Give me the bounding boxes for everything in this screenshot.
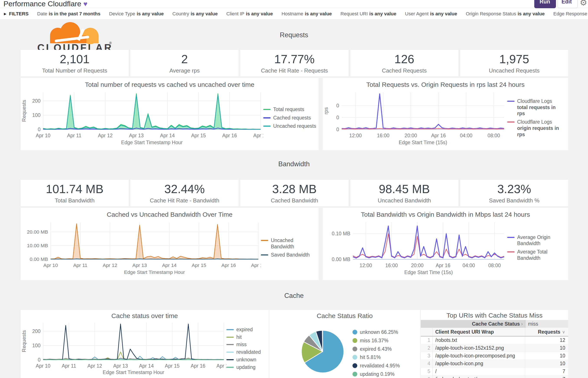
legend-item: Uncached requests	[263, 123, 316, 129]
legend-label: hit	[236, 334, 242, 340]
requests-rps-chart[interactable]: 12:0016:0020:00Apr 1604:0008:00000rpsEdg…	[322, 89, 507, 147]
kpi-tile[interactable]: 2,101Total Number of Requests	[21, 50, 129, 76]
kpi-value: 98.45 MB	[379, 182, 430, 196]
legend-swatch-icon	[507, 251, 515, 252]
filter-item[interactable]: User Agentis any value	[405, 11, 457, 17]
run-button[interactable]: Run	[534, 0, 556, 8]
kpi-tile[interactable]: 126Cached Requests	[350, 50, 459, 76]
kpi-tile[interactable]: 101.74 MBTotal Bandwidth	[21, 180, 129, 206]
legend-label: Cloudflare Logs total requests in rps	[517, 98, 563, 117]
cache-ratio-pie[interactable]	[299, 328, 346, 375]
uri-column-header[interactable]: Client Request URI Wrap	[433, 329, 525, 335]
legend-item: Average Total Bandwidth	[507, 249, 563, 261]
svg-text:Edge Start Timestamp Hour: Edge Start Timestamp Hour	[121, 140, 183, 145]
filter-item[interactable]: Client IPis any value	[226, 11, 273, 17]
chart-legend: expiredhitmissrevalidatedunknownupdating	[226, 320, 266, 377]
row-number-header	[421, 328, 433, 336]
legend-swatch-icon	[507, 237, 515, 238]
legend-item: expired	[226, 326, 265, 333]
legend-item: Cloudflare Logs origin requests in rps	[507, 119, 563, 137]
filters-label: FILTERS	[9, 11, 28, 17]
legend-item: updating 0.19%	[352, 371, 400, 377]
table-row[interactable]: 2/apple-touch-icon-152x152.png10	[421, 344, 568, 352]
kpi-tile[interactable]: 17.77%Cache Hit Rate - Requests	[240, 50, 348, 76]
svg-text:20.00 MB: 20.00 MB	[27, 229, 48, 235]
kpi-value: 101.74 MB	[46, 182, 104, 196]
legend-swatch-icon	[507, 122, 515, 122]
edit-button[interactable]: Edit	[558, 0, 578, 8]
requests-over-time-chart[interactable]: Apr 10Apr 11Apr 12Apr 13Apr 14Apr 15Apr …	[21, 89, 263, 147]
filter-item[interactable]: Request URIis any value	[341, 11, 396, 17]
legend-item: revalidated 4.95%	[352, 363, 400, 369]
legend-label: revalidated 4.95%	[360, 363, 400, 369]
filters-toggle[interactable]: ▶ FILTERS	[4, 11, 28, 17]
filter-item[interactable]: Device Typeis any value	[109, 11, 164, 17]
chart-panel-bandwidth-over-time: Cached vs Uncached Bandwidth Over Time A…	[21, 208, 319, 280]
row-uri[interactable]: /robots.txt	[433, 337, 525, 343]
svg-text:Apr 13: Apr 13	[132, 262, 147, 268]
kpi-tile[interactable]: 98.45 MBUncached Bandwidth	[350, 180, 459, 206]
svg-text:Apr 17: Apr 17	[251, 262, 261, 268]
filter-item[interactable]: Origin Response Statusis any value	[466, 11, 545, 17]
gear-icon[interactable]: ⚙	[580, 0, 587, 7]
row-number: 3	[421, 352, 433, 360]
row-uri[interactable]: /index.php/contact/	[433, 376, 525, 378]
table-header-row: Client Request URI Wrap Requests∨	[421, 328, 568, 337]
legend-dot-icon	[352, 355, 357, 360]
kpi-tile[interactable]: 1,975Uncached Requests	[460, 50, 568, 76]
table-row[interactable]: 1/robots.txt12	[421, 337, 568, 344]
legend-dot-icon	[352, 363, 357, 368]
legend-item: updating	[226, 364, 265, 370]
legend-item: revalidated	[226, 349, 265, 355]
filter-item[interactable]: Edge Response Statusis any value	[553, 11, 588, 17]
legend-swatch-icon	[226, 344, 234, 345]
table-panel-top-uris: Top URIs with Cache Status Miss Cache Ca…	[421, 310, 568, 378]
filter-item[interactable]: Hostnameis any value	[282, 11, 332, 17]
requests-column-header[interactable]: Requests∨	[525, 328, 568, 336]
table-row[interactable]: 4/apple-touch-icon.png10	[421, 360, 568, 368]
top-uris-table: Cache Cache Status› miss Client Request …	[421, 320, 568, 378]
svg-text:Apr 11: Apr 11	[67, 133, 81, 138]
top-bar: Performance Cloudflare ♥ Run Edit ⚙	[0, 0, 588, 8]
bandwidth-over-time-chart[interactable]: Apr 10Apr 11Apr 12Apr 13Apr 14Apr 15Apr …	[21, 219, 261, 277]
filter-item[interactable]: Countryis any value	[172, 11, 218, 17]
legend-dot-icon	[352, 347, 357, 351]
legend-swatch-icon	[261, 240, 268, 241]
row-uri[interactable]: /apple-touch-icon.png	[433, 361, 525, 366]
kpi-label: Cached Bandwidth	[271, 197, 318, 204]
chart-panel-bandwidth-24h: Total Bandwidth vs Origin Bandwidth in M…	[322, 208, 568, 280]
cache-status-chart[interactable]: Apr 10Apr 11Apr 12Apr 13Apr 14Apr 15Apr …	[21, 320, 226, 377]
row-requests: 10	[525, 360, 568, 367]
kpi-label: Total Number of Requests	[42, 67, 107, 74]
legend-item: Cached requests	[263, 115, 316, 121]
kpi-value: 126	[394, 52, 414, 66]
kpi-tile[interactable]: 32.44%Cache Hit Rate - Bandwidth	[130, 180, 238, 206]
kpi-tile[interactable]: 3.23%Saved Bandwidth %	[460, 180, 568, 206]
svg-text:0: 0	[38, 357, 41, 363]
svg-text:0: 0	[336, 115, 339, 120]
kpi-tile[interactable]: 3.28 MBCached Bandwidth	[240, 180, 348, 206]
bandwidth-24h-chart[interactable]: 12:0016:0020:00Apr 1604:0008:000.00 MB0.…	[322, 219, 507, 277]
svg-text:08:00: 08:00	[488, 133, 500, 138]
row-uri[interactable]: /apple-touch-icon-152x152.png	[433, 345, 525, 351]
section-header-bandwidth: Bandwidth	[0, 160, 588, 168]
filter-item[interactable]: Dateis in the past 7 months	[37, 11, 100, 17]
page-title: Performance Cloudflare ♥	[3, 0, 87, 8]
kpi-tile[interactable]: 2Average rps	[130, 50, 238, 76]
table-row[interactable]: 5/7	[421, 368, 568, 375]
svg-text:Apr 10: Apr 10	[36, 363, 51, 369]
section-header-cache: Cache	[0, 292, 588, 300]
svg-text:Apr 15: Apr 15	[192, 262, 206, 268]
page-title-text: Performance Cloudflare	[3, 0, 81, 8]
table-row[interactable]: 6/index.php/contact/7	[421, 375, 568, 378]
legend-item: Total requests	[263, 106, 316, 113]
row-uri[interactable]: /	[433, 368, 525, 374]
svg-text:Apr 13: Apr 13	[129, 133, 144, 138]
table-row[interactable]: 3/apple-touch-icon-precomposed.png10	[421, 352, 568, 360]
svg-text:Apr 10: Apr 10	[36, 133, 51, 138]
row-uri[interactable]: /apple-touch-icon-precomposed.png	[433, 353, 525, 359]
kpi-label: Cache Hit Rate - Requests	[261, 67, 328, 74]
legend-label: updating 0.19%	[360, 371, 394, 377]
legend-swatch-icon	[226, 337, 234, 338]
legend-item: Saved Bandwidth	[261, 252, 317, 258]
